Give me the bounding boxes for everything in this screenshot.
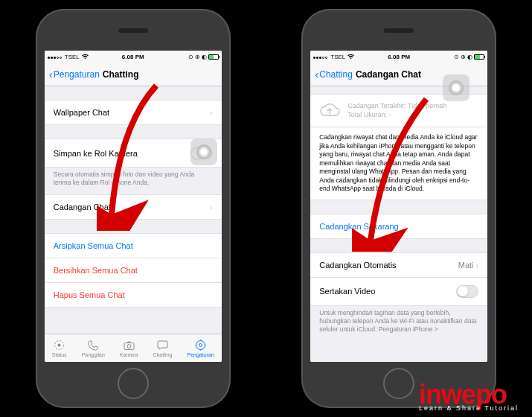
row-label: Arsipkan Semua Chat <box>54 241 133 250</box>
screen-right: TSEL 6.08 PM ⊙ ⊕ ◐ ‹ Chatting Cadangan C… <box>310 51 487 362</box>
tab-settings[interactable]: Pengaturan <box>187 340 214 357</box>
status-bar: TSEL 6.08 PM ⊙ ⊕ ◐ <box>45 51 222 63</box>
phone-frame-left: TSEL 6.08 PM ⊙ ⊕ ◐ ‹ Pengaturan Chatting <box>36 9 231 408</box>
row-label: Bersihkan Semua Chat <box>54 266 138 275</box>
row-clear-all[interactable]: Bersihkan Semua Chat <box>45 258 222 283</box>
chevron-right-icon: › <box>210 203 213 211</box>
page-title: Cadangan Chat <box>356 69 421 80</box>
assistive-touch-icon[interactable] <box>190 139 217 165</box>
tab-label: Kamera <box>120 352 138 357</box>
backup-description: Cadangkan riwayat chat dan media Anda ke… <box>310 127 487 200</box>
status-time: 6.08 PM <box>104 54 161 60</box>
svg-point-4 <box>196 341 205 350</box>
row-label: Cadangan Chat <box>54 203 111 211</box>
cloud-total-size: Total Ukuran: - <box>347 111 446 120</box>
svg-point-5 <box>199 344 202 347</box>
tab-label: Panggilan <box>82 352 105 357</box>
cloud-upload-icon <box>319 102 340 118</box>
row-label: Simpan ke Rol Kamera <box>54 149 138 158</box>
row-backup-chat[interactable]: Cadangan Chat › <box>45 194 222 220</box>
row-wallpaper-chat[interactable]: Wallpaper Chat › <box>45 100 222 125</box>
status-time: 6.08 PM <box>371 54 428 60</box>
status-bar: TSEL 6.08 PM ⊙ ⊕ ◐ <box>310 51 487 63</box>
svg-point-3 <box>127 344 131 348</box>
row-include-video[interactable]: Sertakan Video <box>310 278 487 306</box>
chevron-right-icon: › <box>476 261 479 270</box>
gear-icon <box>195 340 207 351</box>
back-label: Chatting <box>319 69 353 80</box>
phone-icon <box>87 340 99 351</box>
tab-bar: Status Panggilan Kamera Chatting Pengatu… <box>45 334 222 362</box>
location-icon: ◐ <box>202 54 207 60</box>
camera-icon <box>123 340 135 351</box>
nav-bar: ‹ Pengaturan Chatting <box>45 63 222 86</box>
tab-label: Status <box>52 352 67 357</box>
row-label: Wallpaper Chat <box>54 108 109 117</box>
signal-dots-icon <box>313 54 328 60</box>
back-button[interactable]: ‹ Chatting <box>315 69 353 80</box>
back-label: Pengaturan <box>54 69 100 80</box>
page-title: Chatting <box>103 69 139 80</box>
screen-left: TSEL 6.08 PM ⊙ ⊕ ◐ ‹ Pengaturan Chatting <box>45 51 222 362</box>
rotation-lock-icon: ⊕ <box>195 54 200 60</box>
wifi-icon <box>82 54 89 60</box>
tab-camera[interactable]: Kamera <box>120 340 138 357</box>
status-icon <box>54 340 65 351</box>
row-label: Cadangkan Otomatis <box>319 261 396 270</box>
row-label: Cadangkan Sekarang <box>319 222 398 231</box>
battery-icon <box>474 54 484 60</box>
tab-chats[interactable]: Chatting <box>153 340 172 357</box>
alarm-icon: ⊙ <box>454 54 459 60</box>
cloud-last-backup: Cadangan Terakhir: Tidak pernah <box>347 102 446 111</box>
save-footnote: Secara otomatis simpan foto dan video ya… <box>45 168 222 194</box>
signal-dots-icon <box>48 54 63 60</box>
row-label: Hapus Semua Chat <box>54 290 125 299</box>
row-archive-all[interactable]: Arsipkan Semua Chat <box>45 233 222 258</box>
carrier-label: TSEL <box>65 54 80 60</box>
rotation-lock-icon: ⊕ <box>461 54 466 60</box>
tab-status[interactable]: Status <box>52 340 67 357</box>
content-area: Cadangan Terakhir: Tidak pernah Total Uk… <box>310 86 487 362</box>
assistive-touch-icon[interactable] <box>443 74 469 101</box>
svg-rect-2 <box>124 343 134 349</box>
chevron-left-icon: ‹ <box>315 69 318 80</box>
watermark-tagline: Learn & Share Tutorial <box>419 406 519 411</box>
wifi-footnote: Untuk menghindari tagihan data yang berl… <box>310 306 487 341</box>
battery-icon <box>208 54 219 60</box>
tab-calls[interactable]: Panggilan <box>82 340 105 357</box>
toggle-switch[interactable] <box>456 285 478 298</box>
chevron-left-icon: ‹ <box>49 69 53 80</box>
wifi-icon <box>347 54 354 60</box>
chat-icon <box>156 340 168 351</box>
row-value: Mati <box>458 261 474 270</box>
back-button[interactable]: ‹ Pengaturan <box>49 69 100 80</box>
svg-point-1 <box>58 344 61 347</box>
location-icon: ◐ <box>467 54 472 60</box>
row-backup-now[interactable]: Cadangkan Sekarang <box>310 214 487 239</box>
chevron-right-icon: › <box>210 108 213 117</box>
carrier-label: TSEL <box>330 54 345 60</box>
alarm-icon: ⊙ <box>188 54 193 60</box>
row-label: Sertakan Video <box>319 287 375 296</box>
content-area: Wallpaper Chat › Simpan ke Rol Kamera Se… <box>45 86 222 334</box>
watermark-logo: inwepo Learn & Share Tutorial <box>419 384 519 411</box>
tab-label: Pengaturan <box>187 352 214 357</box>
row-delete-all[interactable]: Hapus Semua Chat <box>45 283 222 308</box>
row-auto-backup[interactable]: Cadangkan Otomatis Mati › <box>310 252 487 278</box>
phone-frame-right: TSEL 6.08 PM ⊙ ⊕ ◐ ‹ Chatting Cadangan C… <box>301 9 496 408</box>
tab-label: Chatting <box>153 352 172 357</box>
